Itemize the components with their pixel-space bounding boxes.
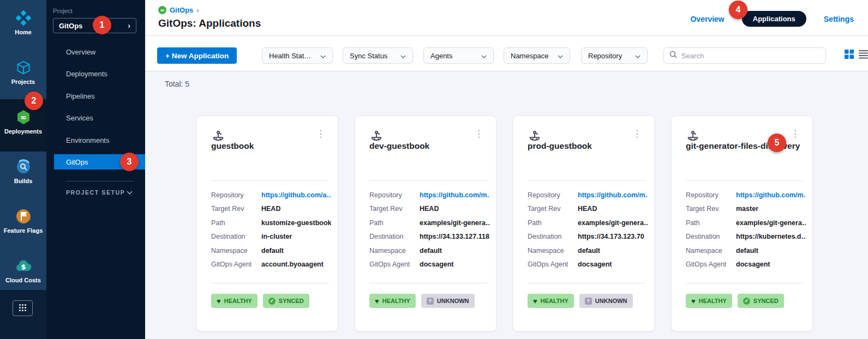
- target-rev-value: HEAD: [578, 205, 597, 213]
- chevron-down-icon: [635, 52, 640, 60]
- heart-icon: ♥: [375, 298, 379, 305]
- repository-link[interactable]: https://github.com/m…: [736, 191, 806, 199]
- applications-grid: Total: 5 ⋮ guestbook Repositoryhttps://g…: [145, 71, 868, 339]
- detail-row: Pathkustomize-guestbook: [211, 216, 331, 230]
- row-label: Namespace: [528, 247, 578, 255]
- rail-item-label: Projects: [11, 78, 35, 85]
- namespace-value: default: [736, 247, 758, 255]
- rail-item-home[interactable]: Home: [0, 9, 46, 45]
- repository-filter[interactable]: Repository: [581, 47, 648, 64]
- detail-row: Target Revmaster: [686, 202, 806, 216]
- card-details: Repositoryhttps://github.com/a… Target R…: [211, 188, 331, 271]
- row-label: Target Rev: [369, 205, 420, 213]
- tab-overview[interactable]: Overview: [690, 15, 724, 23]
- toolbar: + New Application Health Stat… Sync Stat…: [145, 36, 868, 71]
- grid-view-toggle[interactable]: [845, 50, 854, 61]
- list-view-toggle[interactable]: [859, 50, 868, 61]
- namespace-filter[interactable]: Namespace: [504, 47, 570, 64]
- agents-filter[interactable]: Agents: [423, 47, 494, 64]
- row-label: Path: [211, 219, 261, 227]
- sync-status-badge: ✓SYNCED: [263, 294, 309, 308]
- rail-item-label: Cloud Costs: [5, 277, 41, 283]
- card-divider: [211, 283, 329, 283]
- repository-link[interactable]: https://github.com/m…: [420, 191, 489, 199]
- kebab-menu-icon[interactable]: ⋮: [788, 128, 803, 140]
- tab-applications[interactable]: Applications: [742, 11, 806, 27]
- detail-row: Pathexamples/git-genera…: [369, 216, 489, 230]
- detail-row: Repositoryhttps://github.com/m…: [686, 188, 806, 202]
- health-status-filter[interactable]: Health Stat…: [262, 47, 333, 64]
- rail-item-label: Deployments: [4, 128, 42, 135]
- row-label: Target Rev: [211, 205, 261, 213]
- rail-item-deployments[interactable]: ∞ Deployments: [0, 108, 46, 144]
- detail-row: GitOps Agentaccount.byoaagent: [211, 258, 331, 272]
- row-label: Path: [369, 219, 420, 227]
- new-application-button[interactable]: + New Application: [157, 47, 237, 64]
- path-value: examples/git-genera…: [420, 219, 489, 227]
- rail-item-projects[interactable]: Projects: [0, 58, 46, 94]
- status-badges: ♥HEALTHY ?UNKNOWN: [528, 294, 633, 308]
- annotation-badge-4: 4: [729, 1, 747, 19]
- detail-row: Namespacedefault: [369, 244, 489, 258]
- filter-label: Agents: [430, 52, 452, 60]
- heart-icon: ♥: [691, 298, 696, 305]
- agent-value: docsagent: [736, 261, 770, 268]
- application-card-dev-guestbook[interactable]: ⋮ dev-guestbook Repositoryhttps://github…: [355, 116, 496, 331]
- question-icon: ?: [585, 298, 592, 305]
- application-name: guestbook: [211, 141, 254, 151]
- search-input[interactable]: [681, 52, 820, 60]
- row-label: Repository: [211, 191, 261, 199]
- detail-row: Pathexamples/git-genera…: [528, 216, 648, 230]
- sync-status-badge: ?UNKNOWN: [579, 294, 633, 308]
- sidebar-item-environments[interactable]: Environments: [46, 129, 145, 151]
- detail-row: Repositoryhttps://github.com/m…: [369, 188, 489, 202]
- rail-item-builds[interactable]: Builds: [0, 158, 46, 193]
- sidebar-item-services[interactable]: Services: [46, 107, 145, 129]
- cube-icon: [16, 58, 31, 77]
- header-tabs: Overview Applications Settings: [690, 11, 854, 27]
- row-label: GitOps Agent: [369, 261, 420, 268]
- project-setup-label: PROJECT SETUP: [66, 189, 125, 196]
- application-card-git-generator-files-discovery[interactable]: ⋮ git-generator-files-discovery Reposito…: [671, 116, 813, 331]
- sync-status-filter[interactable]: Sync Status: [343, 47, 413, 64]
- svg-text:∞: ∞: [20, 113, 27, 122]
- sidebar-item-pipelines[interactable]: Pipelines: [46, 85, 145, 107]
- detail-row: Namespacedefault: [211, 244, 331, 258]
- breadcrumb-gitops-link[interactable]: GitOps: [170, 6, 193, 14]
- page-title: GitOps: Applications: [158, 17, 261, 29]
- annotation-badge-3: 3: [120, 153, 139, 171]
- kebab-menu-icon[interactable]: ⋮: [313, 128, 328, 140]
- namespace-value: default: [578, 247, 600, 255]
- badge-label: SYNCED: [279, 298, 304, 304]
- cloud-costs-icon: $: [15, 257, 32, 275]
- rail-item-cloud-costs[interactable]: $ Cloud Costs: [0, 257, 46, 293]
- kebab-menu-icon[interactable]: ⋮: [630, 128, 644, 140]
- repository-link[interactable]: https://github.com/a…: [261, 191, 331, 199]
- rail-item-feature-flags[interactable]: Feature Flags: [0, 207, 46, 243]
- target-rev-value: HEAD: [420, 205, 439, 213]
- kebab-menu-icon[interactable]: ⋮: [471, 128, 486, 140]
- card-divider: [686, 283, 804, 283]
- status-badges: ♥HEALTHY ✓SYNCED: [686, 294, 784, 308]
- annotation-badge-2: 2: [25, 92, 43, 110]
- sidebar-item-deployments[interactable]: Deployments: [46, 63, 145, 84]
- card-divider: [369, 283, 487, 283]
- repository-link[interactable]: https://github.com/m…: [578, 191, 648, 199]
- row-label: Repository: [528, 191, 578, 199]
- sidebar-item-overview[interactable]: Overview: [46, 41, 145, 63]
- application-card-prod-guestbook[interactable]: ⋮ prod-guestbook Repositoryhttps://githu…: [513, 116, 655, 331]
- row-label: Namespace: [369, 247, 420, 255]
- card-divider: [211, 180, 329, 181]
- filter-label: Namespace: [511, 52, 548, 60]
- project-setup-toggle[interactable]: PROJECT SETUP: [66, 186, 133, 198]
- module-switcher-button[interactable]: [13, 300, 33, 316]
- target-rev-value: master: [736, 205, 758, 213]
- row-label: Path: [528, 219, 578, 227]
- detail-row: Target RevHEAD: [211, 202, 331, 216]
- tab-settings[interactable]: Settings: [824, 15, 854, 23]
- badge-label: HEALTHY: [224, 298, 252, 304]
- annotation-badge-5: 5: [768, 134, 786, 152]
- application-card-guestbook[interactable]: ⋮ guestbook Repositoryhttps://github.com…: [196, 116, 338, 331]
- health-status-badge: ♥HEALTHY: [686, 294, 732, 308]
- page-header: ∞ GitOps › GitOps: Applications Overview…: [145, 0, 868, 36]
